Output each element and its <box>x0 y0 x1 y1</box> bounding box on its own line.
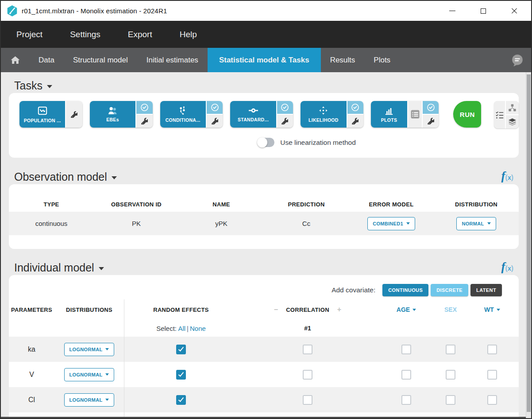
task-conditional-main[interactable]: CONDITIONA... <box>160 101 206 128</box>
col-distributions: DISTRIBUTIONS <box>54 306 124 313</box>
age-checkbox-v[interactable] <box>401 370 411 380</box>
add-discrete-covariate-button[interactable]: DISCRETE <box>431 284 468 296</box>
task-conditional-enabled[interactable] <box>207 101 223 114</box>
sex-checkbox-v[interactable] <box>446 370 455 380</box>
add-latent-covariate-button[interactable]: LATENT <box>470 284 502 296</box>
distribution-value: LOGNORMAL <box>69 397 103 403</box>
assembly-button[interactable] <box>506 101 519 114</box>
remove-correlation-button[interactable]: − <box>274 306 278 314</box>
task-ebes[interactable]: EBEs <box>90 101 153 128</box>
layers-button[interactable] <box>506 114 519 128</box>
parameter-name: V <box>9 371 54 379</box>
task-conditional-distribution[interactable]: CONDITIONA... <box>160 101 223 128</box>
random-effect-checkbox-ka[interactable] <box>176 345 186 354</box>
task-population-main[interactable]: POPULATION ... <box>19 101 65 128</box>
correlation-checkbox-ka[interactable] <box>303 345 312 354</box>
population-parameters-icon <box>38 106 47 116</box>
age-checkbox-cl[interactable] <box>401 395 411 405</box>
task-population-parameters[interactable]: POPULATION ... <box>19 101 82 128</box>
tab-data[interactable]: Data <box>29 48 64 72</box>
task-ebes-main[interactable]: EBEs <box>90 101 135 128</box>
formula-fx-icon[interactable]: f(x) <box>501 259 513 276</box>
wt-checkbox-ka[interactable] <box>487 345 497 354</box>
wt-checkbox-v[interactable] <box>487 370 497 380</box>
distribution-dropdown-cl[interactable]: LOGNORMAL <box>64 393 115 407</box>
scenario-checklist-button[interactable] <box>494 101 506 128</box>
collapse-caret-icon[interactable] <box>47 85 52 88</box>
layers-icon <box>508 118 517 126</box>
task-conditional-settings[interactable] <box>207 114 223 128</box>
task-ebes-enabled[interactable] <box>136 101 152 114</box>
add-continuous-covariate-button[interactable]: CONTINUOUS <box>382 284 428 296</box>
covariate-age-dropdown[interactable]: AGE <box>377 306 436 313</box>
col-parameters: PARAMETERS <box>9 306 54 313</box>
task-plots-list-button[interactable] <box>407 101 422 128</box>
task-standard-errors-settings[interactable] <box>277 114 293 128</box>
tab-initial-estimates[interactable]: Initial estimates <box>137 48 208 72</box>
run-button[interactable]: RUN <box>453 101 481 128</box>
sex-checkbox-cl[interactable] <box>446 395 455 405</box>
random-effect-checkbox-v[interactable] <box>176 370 186 380</box>
add-correlation-button[interactable]: + <box>337 306 341 314</box>
scrollbar-thumb[interactable] <box>527 74 531 412</box>
task-likelihood-main[interactable]: LIKELIHOOD <box>301 101 346 128</box>
task-plots-enabled[interactable] <box>423 101 439 114</box>
correlation-checkbox-cl[interactable] <box>303 395 312 405</box>
menu-settings[interactable]: Settings <box>70 30 100 39</box>
maximize-button[interactable] <box>478 6 489 16</box>
random-effect-checkbox-cl[interactable] <box>176 395 186 405</box>
task-standard-errors-enabled[interactable] <box>277 101 293 114</box>
task-plots-settings[interactable] <box>423 114 439 128</box>
age-checkbox-ka[interactable] <box>401 345 411 354</box>
task-likelihood-settings[interactable] <box>347 114 363 128</box>
task-population-settings[interactable] <box>66 101 82 128</box>
task-conditional-side <box>206 101 223 128</box>
covariate-age-label: AGE <box>397 306 410 313</box>
home-tab[interactable] <box>1 48 29 72</box>
wrench-icon <box>281 118 288 124</box>
task-population-side <box>65 101 82 128</box>
vertical-scrollbar[interactable] <box>526 72 531 418</box>
select-none-link[interactable]: None <box>190 325 206 332</box>
task-plots-main[interactable]: PLOTS <box>371 101 407 128</box>
conditional-distribution-icon <box>178 106 188 115</box>
distribution-dropdown-v[interactable]: LOGNORMAL <box>64 368 115 381</box>
menu-project[interactable]: Project <box>16 30 42 39</box>
task-ebes-settings[interactable] <box>136 114 152 128</box>
error-model-dropdown[interactable]: COMBINED1 <box>367 217 415 230</box>
observation-model-head: Observation model f(x) <box>14 169 519 184</box>
covariate-sex-header[interactable]: SEX <box>436 306 466 313</box>
menu-help[interactable]: Help <box>180 30 197 39</box>
minimize-button[interactable] <box>447 6 458 16</box>
checklist-icon <box>495 110 504 119</box>
task-standard-errors[interactable]: STANDARD... <box>230 101 293 128</box>
collapse-caret-icon[interactable] <box>112 176 117 179</box>
tab-structural-model[interactable]: Structural model <box>64 48 137 72</box>
select-all-link[interactable]: All <box>178 325 185 332</box>
task-plots[interactable]: PLOTS <box>371 101 439 128</box>
maximize-icon <box>481 8 486 14</box>
close-button[interactable] <box>509 6 520 16</box>
menu-export[interactable]: Export <box>128 30 152 39</box>
linearization-toggle[interactable] <box>258 138 274 147</box>
monolix-logo-icon <box>6 5 18 17</box>
task-standard-errors-main[interactable]: STANDARD... <box>230 101 276 128</box>
task-likelihood[interactable]: LIKELIHOOD <box>301 101 363 128</box>
distribution-value: LOGNORMAL <box>69 372 103 377</box>
window-title: r01_1cmt.mlxtran - Monolix estimation - … <box>22 7 167 15</box>
collapse-caret-icon[interactable] <box>99 267 104 270</box>
task-likelihood-enabled[interactable] <box>347 101 363 114</box>
tab-results[interactable]: Results <box>321 48 365 72</box>
formula-fx-icon[interactable]: f(x) <box>501 168 513 185</box>
covariate-wt-dropdown[interactable]: WT <box>466 306 519 313</box>
feedback-chat-icon[interactable] <box>511 54 524 67</box>
sex-checkbox-ka[interactable] <box>446 345 455 354</box>
correlation-checkbox-v[interactable] <box>303 370 312 380</box>
individual-table-header: PARAMETERS DISTRIBUTIONS RANDOM EFFECTS … <box>9 299 519 320</box>
tab-plots[interactable]: Plots <box>364 48 400 72</box>
distribution-dropdown-ka[interactable]: LOGNORMAL <box>64 343 115 356</box>
tab-statistical-model-tasks[interactable]: Statistical model & Tasks <box>208 48 321 72</box>
obs-name: yPK <box>179 220 264 227</box>
wt-checkbox-cl[interactable] <box>487 395 497 405</box>
distribution-dropdown[interactable]: NORMAL <box>456 217 496 230</box>
